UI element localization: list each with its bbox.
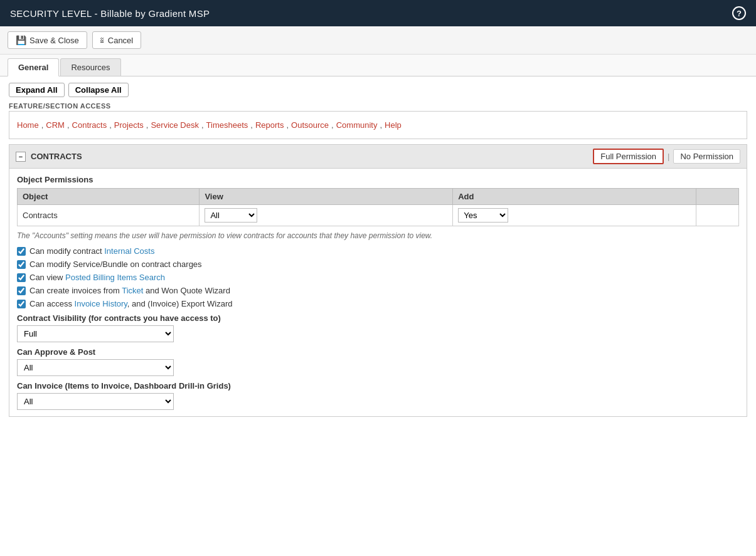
cell-add-select: Yes No — [453, 205, 696, 226]
feature-link-projects[interactable]: Projects — [114, 120, 144, 130]
col-view: View — [200, 189, 453, 205]
collapse-all-button[interactable]: Collapse All — [68, 83, 129, 97]
feature-link-contracts[interactable]: Contracts — [72, 120, 107, 130]
contracts-section-body: Object Permissions Object View Add — [9, 169, 747, 416]
object-permissions-label: Object Permissions — [17, 175, 739, 184]
checkbox-posted-billing[interactable] — [17, 273, 26, 282]
feature-link-home[interactable]: Home — [17, 120, 39, 130]
checkbox-internal-costs[interactable] — [17, 247, 26, 256]
tab-general[interactable]: General — [8, 58, 59, 76]
section-header-left: − CONTRACTS — [16, 152, 82, 162]
can-invoice-group: Can Invoice (Items to Invoice, Dashboard… — [17, 381, 739, 410]
contract-visibility-group: Contract Visibility (for contracts you h… — [17, 313, 739, 342]
toolbar: 💾 Save & Close ⩰ Cancel — [0, 26, 756, 55]
contract-visibility-dropdown[interactable]: Full Limited — [17, 325, 174, 342]
col-extra — [696, 189, 739, 205]
help-button[interactable]: ? — [732, 6, 746, 20]
view-dropdown[interactable]: All Accounts None — [205, 208, 257, 223]
checkbox-row-4: Can create invoices from Ticket and Won … — [17, 286, 739, 295]
full-permission-button[interactable]: Full Permission — [593, 149, 664, 164]
expand-collapse-row: Expand All Collapse All — [9, 83, 747, 97]
feature-link-crm[interactable]: CRM — [46, 120, 65, 130]
header-title: SECURITY LEVEL - Billable by Gradient MS… — [10, 8, 210, 19]
cancel-icon: ⩰ — [100, 35, 105, 45]
section-collapse-button[interactable]: − — [16, 152, 26, 162]
checkbox-label-1: Can modify contract Internal Costs — [29, 246, 154, 256]
feature-link-outsource[interactable]: Outsource — [291, 120, 329, 130]
contracts-section: − CONTRACTS Full Permission | No Permiss… — [9, 144, 747, 417]
header-title-bold: SECURITY LEVEL — [10, 8, 92, 19]
add-dropdown[interactable]: Yes No — [458, 208, 508, 223]
checkbox-row-5: Can access Invoice History, and (Invoice… — [17, 299, 739, 308]
header: SECURITY LEVEL - Billable by Gradient MS… — [0, 0, 756, 26]
feature-link-timesheets[interactable]: Timesheets — [206, 120, 248, 130]
checkbox-label-3: Can view Posted Billing Items Search — [29, 273, 165, 282]
invoice-history-link[interactable]: Invoice History — [75, 299, 127, 308]
can-invoice-dropdown[interactable]: All None — [17, 393, 174, 410]
contract-visibility-label: Contract Visibility (for contracts you h… — [17, 313, 739, 323]
checkbox-label-5: Can access Invoice History, and (Invoice… — [29, 299, 232, 308]
cancel-button[interactable]: ⩰ Cancel — [92, 31, 141, 49]
save-close-label: Save & Close — [29, 36, 79, 45]
section-header-right: Full Permission | No Permission — [593, 149, 740, 164]
table-row: Contracts All Accounts None — [18, 205, 739, 226]
can-approve-post-dropdown[interactable]: All None — [17, 359, 174, 376]
feature-section-heading: FEATURE/SECTION ACCESS — [9, 102, 747, 110]
header-title-rest: - Billable by Gradient MSP — [92, 8, 210, 19]
checkbox-label-2: Can modify Service/Bundle on contract ch… — [29, 260, 202, 269]
cell-object-name: Contracts — [18, 205, 200, 226]
internal-costs-link[interactable]: Internal Costs — [104, 246, 154, 256]
col-add: Add — [453, 189, 696, 205]
posted-billing-link[interactable]: Posted Billing Items Search — [65, 273, 165, 282]
feature-link-community[interactable]: Community — [336, 120, 378, 130]
cell-view-select: All Accounts None — [200, 205, 453, 226]
content-scroll[interactable]: Expand All Collapse All FEATURE/SECTION … — [0, 76, 756, 556]
content-area: Expand All Collapse All FEATURE/SECTION … — [0, 76, 756, 556]
object-permissions-table: Object View Add Contracts — [17, 188, 739, 226]
main-content: Expand All Collapse All FEATURE/SECTION … — [0, 76, 756, 547]
accounts-note: The "Accounts" setting means the user wi… — [17, 231, 739, 240]
checkbox-row-1: Can modify contract Internal Costs — [17, 246, 739, 256]
expand-all-button[interactable]: Expand All — [9, 83, 65, 97]
checkbox-service-bundle[interactable] — [17, 260, 26, 269]
checkbox-row-3: Can view Posted Billing Items Search — [17, 273, 739, 282]
feature-link-reports[interactable]: Reports — [255, 120, 284, 130]
feature-link-help[interactable]: Help — [385, 120, 402, 130]
contracts-section-header: − CONTRACTS Full Permission | No Permiss… — [9, 145, 747, 169]
col-object: Object — [18, 189, 200, 205]
checkbox-label-4: Can create invoices from Ticket and Won … — [29, 286, 230, 295]
page-wrapper: SECURITY LEVEL - Billable by Gradient MS… — [0, 0, 756, 556]
save-close-button[interactable]: 💾 Save & Close — [8, 31, 87, 49]
feature-section-area: FEATURE/SECTION ACCESS Home, CRM, Contra… — [9, 102, 747, 139]
perm-divider: | — [668, 152, 669, 161]
feature-links: Home, CRM, Contracts, Projects, Service … — [17, 120, 739, 130]
contracts-section-title: CONTRACTS — [31, 152, 82, 161]
can-approve-post-label: Can Approve & Post — [17, 347, 739, 357]
feature-link-service-desk[interactable]: Service Desk — [151, 120, 199, 130]
checkbox-invoices-ticket[interactable] — [17, 286, 26, 295]
tab-resources[interactable]: Resources — [60, 58, 120, 76]
feature-links-box: Home, CRM, Contracts, Projects, Service … — [9, 111, 747, 139]
can-approve-post-group: Can Approve & Post All None — [17, 347, 739, 376]
save-icon: 💾 — [16, 35, 26, 45]
checkbox-row-2: Can modify Service/Bundle on contract ch… — [17, 260, 739, 269]
checkbox-invoice-history[interactable] — [17, 300, 26, 308]
ticket-link[interactable]: Ticket — [122, 286, 143, 295]
can-invoice-label: Can Invoice (Items to Invoice, Dashboard… — [17, 381, 739, 391]
no-permission-button[interactable]: No Permission — [673, 149, 740, 164]
cell-extra — [696, 205, 739, 226]
cancel-label: Cancel — [108, 36, 133, 45]
tabs-bar: General Resources — [0, 55, 756, 76]
